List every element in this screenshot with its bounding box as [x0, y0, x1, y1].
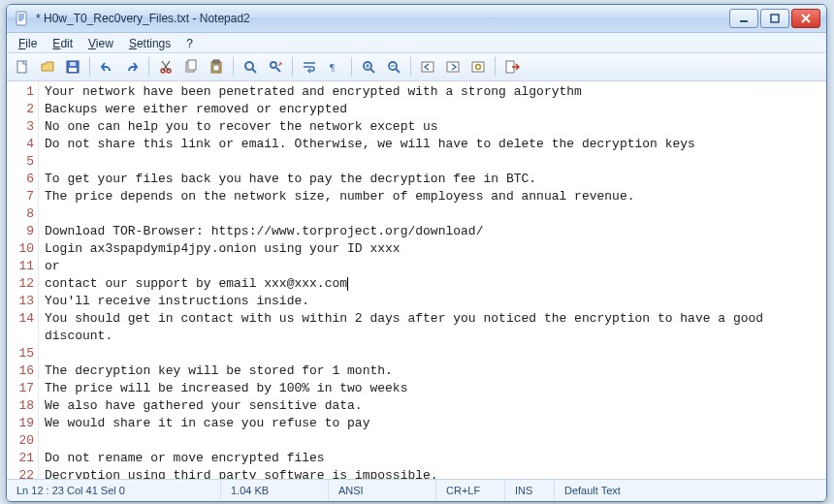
menu-settings[interactable]: Settings [121, 33, 178, 52]
text-line[interactable]: Backups were either removed or encrypted [45, 101, 820, 118]
exit-icon[interactable] [500, 55, 524, 79]
toolbar-separator [148, 57, 149, 77]
line-number-gutter: 1234567891011121314151617181920212223 [7, 81, 39, 479]
menu-view[interactable]: View [80, 33, 121, 52]
line-number: 7 [7, 188, 34, 205]
line-number: 5 [7, 153, 34, 171]
toolbar-separator [495, 57, 496, 77]
toolbar-separator [410, 57, 411, 77]
text-line[interactable]: We would share it in case you refuse to … [45, 415, 820, 432]
text-caret [347, 277, 348, 291]
svg-line-21 [252, 69, 256, 73]
text-line[interactable]: No one can help you to recover the netwo… [45, 118, 820, 136]
app-window: * H0w_T0_Rec0very_Files.txt - Notepad2 F… [6, 4, 827, 502]
toolbar: ¶ [7, 53, 826, 81]
status-scheme[interactable]: Default Text [555, 480, 826, 501]
status-eol[interactable]: CR+LF [436, 480, 505, 501]
text-line[interactable] [45, 432, 820, 450]
text-line[interactable]: You'll receive instructions inside. [45, 293, 820, 310]
text-line[interactable] [45, 345, 820, 362]
replace-icon[interactable] [264, 55, 287, 79]
svg-line-29 [396, 69, 400, 73]
maximize-button[interactable] [760, 9, 789, 28]
svg-rect-6 [771, 15, 779, 22]
status-filesize[interactable]: 1.04 KB [221, 480, 329, 501]
line-number: 19 [7, 415, 34, 432]
text-line[interactable]: The price depends on the network size, n… [45, 188, 820, 205]
open-file-icon[interactable] [36, 55, 59, 79]
status-position[interactable]: Ln 12 : 23 Col 41 Sel 0 [7, 480, 221, 501]
line-number: 22 [7, 467, 34, 479]
undo-icon[interactable] [95, 55, 118, 79]
toolbar-separator [351, 57, 352, 77]
text-line[interactable]: Login ax3spapdymip4jpy.onion using your … [45, 240, 820, 258]
toolbar-separator [89, 57, 90, 77]
cut-icon[interactable] [154, 55, 177, 79]
window-controls [729, 9, 820, 28]
line-number: 9 [7, 223, 34, 240]
text-content[interactable]: Your network have been penetrated and en… [39, 81, 826, 479]
svg-rect-16 [188, 60, 196, 70]
statusbar: Ln 12 : 23 Col 41 Sel 0 1.04 KB ANSI CR+… [7, 479, 826, 501]
line-number: 11 [7, 258, 34, 275]
text-line[interactable]: Do not rename or move encrypted files [45, 450, 820, 467]
whitespace-icon[interactable]: ¶ [323, 55, 346, 79]
editor-area: 1234567891011121314151617181920212223 Yo… [7, 81, 826, 479]
line-number: 17 [7, 380, 34, 397]
text-line[interactable]: The price will be increased by 100% in t… [45, 380, 820, 397]
text-line[interactable]: or [45, 258, 820, 275]
svg-line-25 [370, 69, 374, 73]
line-number: 4 [7, 136, 34, 153]
line-number: 14 [7, 310, 34, 345]
minimize-button[interactable] [729, 9, 758, 28]
svg-rect-11 [69, 68, 77, 72]
line-number: 6 [7, 171, 34, 188]
save-icon[interactable] [61, 55, 84, 79]
line-number: 1 [7, 83, 34, 101]
line-number: 10 [7, 240, 34, 258]
redo-icon[interactable] [120, 55, 144, 79]
copy-icon[interactable] [179, 55, 203, 79]
line-number: 15 [7, 345, 34, 362]
titlebar[interactable]: * H0w_T0_Rec0very_Files.txt - Notepad2 [7, 5, 826, 33]
line-number: 8 [7, 205, 34, 223]
text-line[interactable]: Decryption using third party software is… [45, 467, 820, 479]
zoom-out-icon[interactable] [382, 55, 405, 79]
menubar: File Edit View Settings ? [7, 33, 826, 53]
text-line[interactable]: To get your files back you have to pay t… [45, 171, 820, 188]
text-line[interactable] [45, 153, 820, 171]
line-number: 3 [7, 118, 34, 136]
new-file-icon[interactable] [11, 55, 34, 79]
status-ovr[interactable]: INS [505, 480, 555, 501]
line-number: 16 [7, 362, 34, 380]
line-number: 21 [7, 450, 34, 467]
menu-edit[interactable]: Edit [45, 33, 80, 52]
text-line[interactable]: Your network have been penetrated and en… [45, 83, 820, 101]
line-number: 20 [7, 432, 34, 450]
paste-icon[interactable] [205, 55, 228, 79]
text-line[interactable]: The decryption key will be stored for 1 … [45, 362, 820, 380]
text-line[interactable]: Do not share this link or email. Otherwi… [45, 136, 820, 153]
text-line[interactable]: Download TOR-Browser: https://www.torpro… [45, 223, 820, 240]
line-number: 18 [7, 397, 34, 415]
scheme-prev-icon[interactable] [416, 55, 439, 79]
line-number: 2 [7, 101, 34, 118]
close-button[interactable] [791, 9, 820, 28]
svg-point-22 [271, 62, 276, 68]
word-wrap-icon[interactable] [298, 55, 321, 79]
status-encoding[interactable]: ANSI [329, 480, 436, 501]
scheme-config-icon[interactable] [466, 55, 490, 79]
find-icon[interactable] [239, 55, 262, 79]
text-line[interactable] [45, 205, 820, 223]
svg-text:¶: ¶ [330, 61, 335, 73]
menu-help[interactable]: ? [178, 33, 201, 52]
text-line[interactable]: You should get in contact with us within… [45, 310, 820, 345]
zoom-in-icon[interactable] [357, 55, 380, 79]
svg-rect-12 [70, 62, 76, 66]
svg-rect-18 [213, 60, 219, 63]
text-line[interactable]: contact our support by email xxx@xxx.com [45, 275, 820, 293]
text-line[interactable]: We also have gathered your sensitive dat… [45, 397, 820, 415]
menu-file[interactable]: File [11, 33, 45, 52]
scheme-next-icon[interactable] [441, 55, 465, 79]
toolbar-separator [292, 57, 293, 77]
